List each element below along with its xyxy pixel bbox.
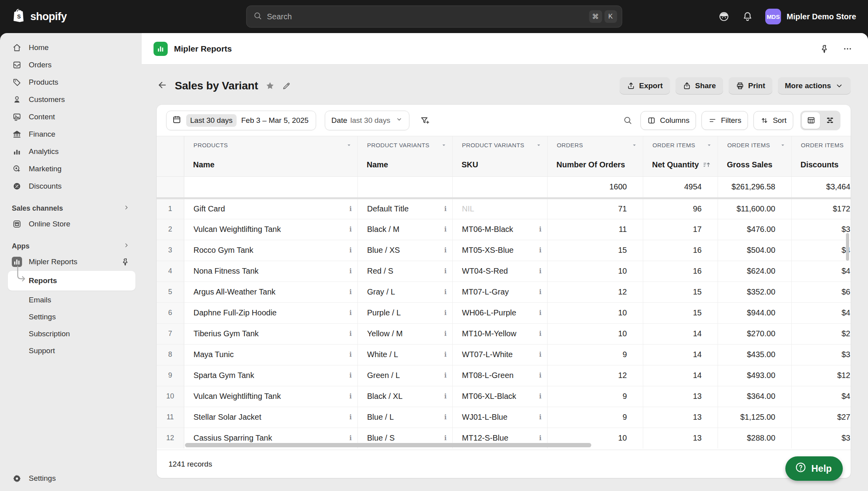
cell-net-quantity[interactable]: 14 <box>643 365 718 386</box>
cell-number-of-orders[interactable]: 10 <box>547 261 643 282</box>
row-number[interactable]: 4 <box>157 261 184 282</box>
sidebar-item-orders[interactable]: Orders <box>6 56 136 73</box>
cell-product[interactable]: Rocco Gym Tanki <box>184 240 357 261</box>
cell-sku[interactable]: MT06-M-Blacki <box>452 219 547 240</box>
info-icon[interactable]: i <box>349 288 352 296</box>
more-actions-button[interactable]: More actions <box>778 77 851 94</box>
cell-net-quantity[interactable]: 15 <box>643 302 718 323</box>
cell-product[interactable]: Maya Tunici <box>184 344 357 365</box>
cell-sku[interactable]: WJ01-L-Bluei <box>452 407 547 428</box>
cell-net-quantity[interactable]: 13 <box>643 386 718 407</box>
table-row[interactable]: 1 Gift Cardi Default Titlei NIL 71 96 $1… <box>157 198 851 219</box>
sidebar-item-settings[interactable]: Settings <box>0 308 142 325</box>
caret-down-icon[interactable] <box>631 142 637 148</box>
cell-gross-sales[interactable]: $270.00 <box>718 323 791 344</box>
info-icon[interactable]: i <box>349 226 352 233</box>
row-number[interactable]: 1 <box>157 198 184 219</box>
cell-net-quantity[interactable]: 13 <box>643 407 718 428</box>
info-icon[interactable]: i <box>444 226 446 233</box>
column-group[interactable]: ORDER ITEMS <box>791 136 851 154</box>
row-number[interactable]: 3 <box>157 240 184 261</box>
info-icon[interactable]: i <box>444 288 446 296</box>
sidebar-item-products[interactable]: Products <box>6 74 136 91</box>
star-icon[interactable] <box>265 81 275 91</box>
table-row[interactable]: 2 Vulcan Weightlifting Tanki Black / Mi … <box>157 219 851 240</box>
cell-product[interactable]: Stellar Solar Jacketi <box>184 407 357 428</box>
cell-sku[interactable]: NIL <box>452 198 547 219</box>
cell-variant[interactable]: Gray / Li <box>357 282 452 302</box>
cell-sku[interactable]: MT08-L-Greeni <box>452 365 547 386</box>
info-icon[interactable]: i <box>349 267 352 275</box>
info-icon[interactable]: i <box>444 330 446 337</box>
sidebar-item-customers[interactable]: Customers <box>6 91 136 108</box>
column-group[interactable]: PRODUCT VARIANTS <box>452 136 547 154</box>
inbox-icon[interactable] <box>718 11 730 22</box>
cell-number-of-orders[interactable]: 9 <box>547 344 643 365</box>
cell-number-of-orders[interactable]: 10 <box>547 302 643 323</box>
cell-number-of-orders[interactable]: 11 <box>547 219 643 240</box>
bell-icon[interactable] <box>742 11 753 22</box>
cell-net-quantity[interactable]: 15 <box>643 282 718 302</box>
share-button[interactable]: Share <box>676 77 723 94</box>
column-header-name[interactable]: Name <box>184 154 357 176</box>
row-number[interactable]: 12 <box>157 428 184 448</box>
cell-gross-sales[interactable]: $364.00 <box>718 386 791 407</box>
cell-net-quantity[interactable]: 16 <box>643 240 718 261</box>
info-icon[interactable]: i <box>444 434 446 442</box>
info-icon[interactable]: i <box>539 246 541 254</box>
store-menu[interactable]: MDS Mipler Demo Store <box>765 9 856 24</box>
cell-variant[interactable]: Blue / XSi <box>357 240 452 261</box>
cell-sku[interactable]: MT10-M-Yellowi <box>452 323 547 344</box>
pin-icon[interactable] <box>820 44 829 54</box>
table-search-icon[interactable] <box>622 115 633 126</box>
table-view-toggle[interactable] <box>802 112 820 129</box>
cell-discounts[interactable]: $27 <box>791 407 851 428</box>
row-number[interactable]: 11 <box>157 407 184 428</box>
sidebar-item-content[interactable]: Content <box>6 108 136 125</box>
cell-discounts[interactable]: $12 <box>791 365 851 386</box>
column-header-net-quantity[interactable]: Net Quantity <box>643 154 718 176</box>
sidebar-item-discounts[interactable]: Discounts <box>6 178 136 195</box>
caret-down-icon[interactable] <box>346 142 352 148</box>
row-number[interactable]: 8 <box>157 344 184 365</box>
cell-product[interactable]: Vulcan Weightlifting Tanki <box>184 219 357 240</box>
cell-number-of-orders[interactable]: 9 <box>547 386 643 407</box>
table-row[interactable]: 10 Vulcan Weightlifting Tanki Black / XL… <box>157 386 851 407</box>
cell-sku[interactable]: WH06-L-Purplei <box>452 302 547 323</box>
cell-discounts[interactable]: $3 <box>791 344 851 365</box>
cell-product[interactable]: Sparta Gym Tanki <box>184 365 357 386</box>
cell-discounts[interactable]: $6 <box>791 282 851 302</box>
cell-discounts[interactable]: $172 <box>791 198 851 219</box>
caret-down-icon[interactable] <box>780 142 786 148</box>
info-icon[interactable]: i <box>444 372 446 379</box>
summary-view-toggle[interactable] <box>821 112 839 129</box>
shopify-logo[interactable]: S shopify <box>12 8 67 25</box>
cell-product[interactable]: Vulcan Weightlifting Tanki <box>184 386 357 407</box>
cell-discounts[interactable]: $4 <box>791 386 851 407</box>
column-group[interactable]: PRODUCT VARIANTS <box>357 136 452 154</box>
info-icon[interactable]: i <box>539 226 541 233</box>
table-row[interactable]: 9 Sparta Gym Tanki Green / Li MT08-L-Gre… <box>157 365 851 386</box>
cell-gross-sales[interactable]: $1,125.00 <box>718 407 791 428</box>
row-number[interactable]: 9 <box>157 365 184 386</box>
filters-button[interactable]: Filters <box>701 111 748 130</box>
cell-variant[interactable]: White / Li <box>357 344 452 365</box>
horizontal-scrollbar[interactable] <box>185 443 591 447</box>
table-row[interactable]: 8 Maya Tunici White / Li WT07-L-Whitei 9… <box>157 344 851 365</box>
row-number[interactable]: 7 <box>157 323 184 344</box>
column-group[interactable]: PRODUCTS <box>184 136 357 154</box>
cell-number-of-orders[interactable]: 71 <box>547 198 643 219</box>
cell-net-quantity[interactable]: 14 <box>643 344 718 365</box>
pencil-icon[interactable] <box>282 82 291 91</box>
row-number[interactable]: 2 <box>157 219 184 240</box>
column-group[interactable]: ORDERS <box>547 136 643 154</box>
cell-product[interactable]: Argus All-Weather Tanki <box>184 282 357 302</box>
cell-gross-sales[interactable]: $288.00 <box>718 428 791 448</box>
info-icon[interactable]: i <box>349 351 352 358</box>
column-sort-icon[interactable] <box>703 161 711 169</box>
cell-product[interactable]: Daphne Full-Zip Hoodiei <box>184 302 357 323</box>
sidebar-item-marketing[interactable]: Marketing <box>6 160 136 177</box>
info-icon[interactable]: i <box>444 351 446 358</box>
cell-gross-sales[interactable]: $504.00 <box>718 240 791 261</box>
info-icon[interactable]: i <box>444 267 446 275</box>
